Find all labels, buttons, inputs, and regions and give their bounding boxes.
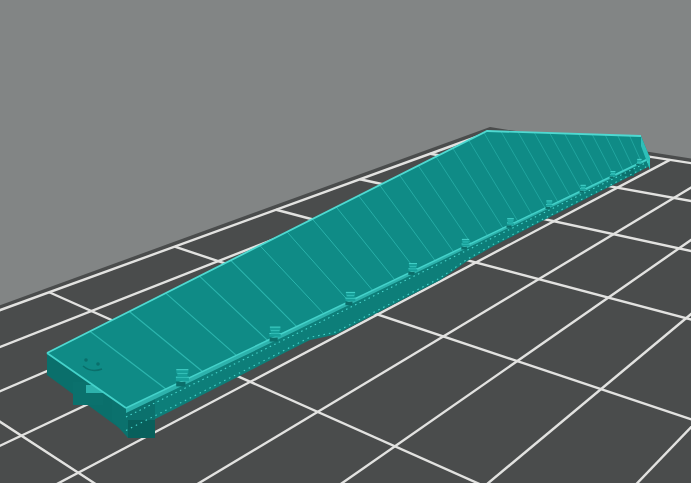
stake-pocket-step [176, 377, 189, 381]
stake-pocket-base [461, 247, 467, 250]
stake-pocket-base [270, 338, 278, 342]
stake-pocket-base [176, 382, 185, 387]
stake-pocket-base [580, 191, 584, 193]
viewport-3d[interactable] [0, 0, 691, 483]
stake-pocket-base [636, 164, 639, 166]
stake-pocket-base [546, 207, 551, 209]
stake-pocket-base [408, 272, 414, 275]
deck-detail-hole [96, 362, 100, 366]
scene-canvas[interactable] [0, 0, 691, 483]
stake-pocket-step [177, 374, 187, 378]
stake-pocket-base [507, 225, 512, 228]
stake-pocket-base [345, 302, 352, 306]
stake-pocket-step [176, 370, 188, 374]
deck-detail-hole [84, 358, 88, 362]
stake-pocket-base [610, 176, 614, 178]
